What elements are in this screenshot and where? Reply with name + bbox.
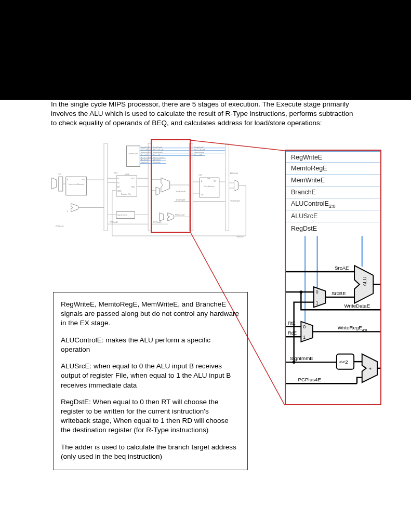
shift-label: <<2 [339, 359, 348, 365]
sig-row-alucontrole: ALUControlE2:0 [286, 198, 380, 210]
svg-text:Control
Unit: Control Unit [128, 153, 138, 155]
sig-branche: BranchE [153, 154, 161, 156]
sig-branchd: BranchD [141, 154, 148, 156]
explain-p5: The adder is used to calculate the branc… [61, 443, 240, 461]
explain-p4: RegDstE: When equal to 0 then RT will ch… [61, 397, 240, 435]
sig-memtoregm: MemtoRegM [194, 149, 205, 151]
port-rd: RD [82, 179, 84, 181]
writerege-sub: 4:0 [362, 328, 367, 332]
alu-label: ALU [362, 276, 367, 286]
clk-label-1: CLK [58, 173, 61, 175]
svg-rect-3 [226, 143, 229, 231]
port-rd2: RD2 [131, 186, 135, 188]
sig-row-regdste: RegDstE [286, 222, 380, 234]
sig-memwrited: MemWriteD [141, 152, 151, 154]
sig-memwritee: MemWriteE [153, 152, 163, 154]
adder-plus: + [368, 366, 372, 371]
sig-alusrce: ALUSrcE [153, 159, 161, 162]
explain-p1: RegWriteE, MemtoRegE, MemWriteE, and Bra… [61, 300, 240, 328]
dm-we: WE [207, 178, 210, 180]
clk-label-3: CLK [198, 174, 202, 176]
sig-memwritee-text: MemWriteE [291, 177, 325, 184]
pcplus4d: PCPlus4D [110, 221, 118, 223]
srcae-label: SrcAE [335, 265, 349, 271]
pipeline-overview-diagram: Control Unit RegWriteD MemtoRegD MemWrit… [49, 135, 262, 239]
sig-row-regwritee: RegWriteE [286, 151, 380, 163]
sig-row-memwritee: MemWriteE [286, 175, 380, 187]
port-wd3: WD3 [117, 190, 122, 192]
svg-rect-0 [104, 143, 108, 231]
sig-memtoregd: MemtoRegD [141, 149, 151, 151]
srcb-mux-1: 1 [316, 300, 319, 305]
dm-rd: RD [214, 180, 216, 182]
instr-mem-label: Instruction Memory [69, 183, 84, 185]
sig-branchm: BranchM [194, 154, 202, 156]
explanation-box: RegWriteE, MemtoRegE, MemWriteE, and Bra… [53, 292, 248, 470]
sig-regwritee-text: RegWriteE [291, 154, 322, 161]
svg-point-53 [293, 361, 296, 364]
pcplus4e-label: PCPlus4E [298, 377, 321, 382]
sig-regwritee: RegWriteE [153, 147, 162, 149]
sig-branche-text: BranchE [291, 189, 316, 196]
pcplus4e-ov: PCPlus4E [153, 221, 162, 223]
svg-rect-2 [189, 143, 193, 231]
datamem-label: Data Memory [204, 185, 215, 188]
resultw-bottom: ResultW [236, 236, 244, 238]
const4: 4 [67, 210, 68, 212]
sig-aluctrle: ALUControlE [153, 157, 164, 159]
rte-label: RtE [288, 321, 296, 326]
port-we3: WE3 [125, 174, 129, 176]
sig-row-memtorege: MemtoRegE [286, 163, 380, 175]
svg-text:Data
Memory: Data Memory [204, 185, 215, 188]
svg-rect-4 [127, 146, 140, 167]
sig-regdste-text: RegDstE [291, 225, 317, 232]
dst-mux-1: 1 [303, 335, 306, 340]
figure-area: Control Unit RegWriteD MemtoRegD MemWrit… [31, 135, 385, 416]
pcbranchm: PCBranchM [175, 214, 185, 216]
svg-point-49 [299, 290, 302, 294]
svg-text:Instruction
Memory: Instruction Memory [69, 183, 84, 185]
port-a2: A2 [117, 182, 120, 184]
sig-regwritem: RegWriteM [194, 147, 203, 149]
explain-p3: ALUSrcE: when equal to 0 the ALU input B… [61, 362, 240, 390]
top-black-bar [0, 0, 411, 100]
sig-regdstd: RegDstD [141, 162, 149, 164]
writeregm-label-ov: WriteRegM [176, 199, 185, 201]
control-signal-lines [140, 148, 225, 164]
dm-wd: WD [201, 194, 204, 196]
srcb-mux-0: 0 [316, 289, 319, 295]
dst-mux-0: 0 [303, 324, 306, 329]
writedatae-label: WriteDataE [344, 303, 370, 309]
sig-row-alusrce: ALUSrcE [286, 210, 380, 222]
writedatam: WriteDataM [176, 191, 185, 193]
aluoutw-label: ALUOutW [230, 172, 238, 175]
writerege-label: WriteRegE [338, 325, 363, 330]
intro-paragraph: In the single cycle MIPS processor, ther… [51, 100, 360, 128]
port-rd1: RD1 [131, 178, 135, 180]
sig-alusrcd: ALUSrcD [141, 159, 149, 162]
explain-p2: ALUControlE: makes the ALU perform a spe… [61, 336, 240, 354]
sig-alusrce-text: ALUSrcE [291, 212, 317, 220]
port-a3: A3 [117, 186, 120, 188]
control-unit-label: Control Unit [128, 153, 138, 155]
sig-memtorege-text: MemtoRegE [291, 165, 327, 172]
detail-datapath: SrcAE WriteDataE 0 1 SrcBE ALU [286, 234, 380, 401]
svg-rect-13 [59, 177, 63, 191]
sig-alucontrole-text: ALUControlE2:0 [291, 200, 335, 209]
clk-label-2: CLK [114, 172, 118, 174]
pcplus4f: PCPlus4F [56, 225, 64, 228]
sig-row-branche: BranchE [286, 187, 380, 198]
regfile-label: Register File [121, 193, 131, 195]
sig-memwritem: MemWriteM [194, 152, 204, 154]
execute-stage-detail: RegWriteE MemtoRegE MemWriteE BranchE AL… [285, 150, 381, 405]
sig-memtorege: MemtoRegE [153, 149, 164, 151]
sig-aluctrld: ALUControlD [141, 157, 152, 159]
signext-label: Sign Extend [117, 214, 127, 216]
sig-regwrited: RegWriteD [141, 147, 150, 149]
port-a1: A1 [117, 178, 120, 180]
rde-label: RdE [288, 330, 297, 336]
writeregw: WriteRegW [231, 200, 240, 202]
srcbe-label: SrcBE [332, 290, 346, 296]
sig-regdste: RegDstE [153, 162, 161, 164]
